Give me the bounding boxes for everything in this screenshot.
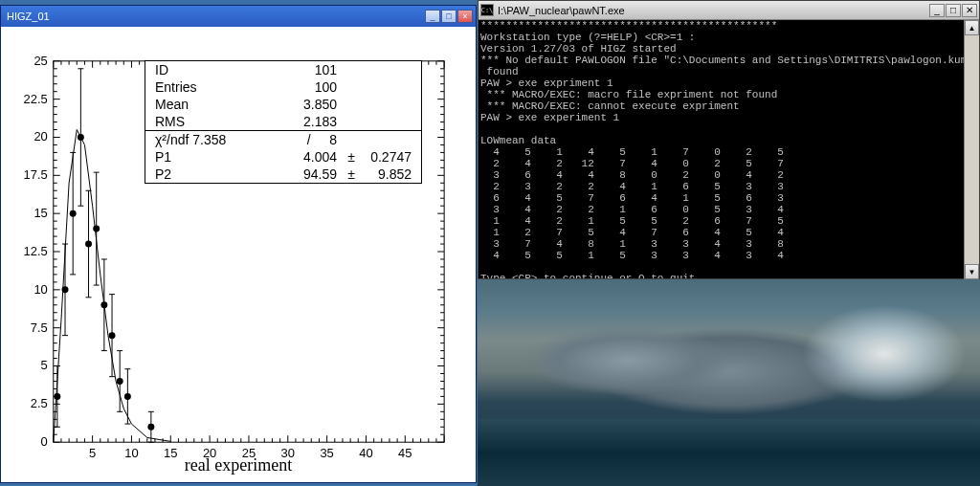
console-content[interactable]: ****************************************… xyxy=(479,20,979,278)
svg-text:17.5: 17.5 xyxy=(24,167,48,182)
stat-id-label: ID xyxy=(155,62,260,77)
close-button[interactable]: × xyxy=(457,10,473,23)
stat-id-value: 101 xyxy=(260,62,337,77)
stat-p2-value: 94.59 xyxy=(260,166,337,182)
scroll-up-button[interactable]: ▲ xyxy=(965,20,979,35)
stat-p1-value: 4.004 xyxy=(260,149,337,165)
svg-text:15: 15 xyxy=(33,206,47,220)
svg-text:7.5: 7.5 xyxy=(31,320,48,335)
svg-point-260 xyxy=(117,378,123,385)
svg-text:0: 0 xyxy=(41,434,48,449)
higz-titlebar[interactable]: HIGZ_01 _ □ × xyxy=(1,6,476,27)
stat-p2-err: 9.852 xyxy=(366,166,412,182)
svg-point-264 xyxy=(124,393,131,400)
svg-point-268 xyxy=(147,424,154,431)
stat-entries-label: Entries xyxy=(155,79,260,95)
console-buttons: _ □ ✕ xyxy=(929,4,977,17)
svg-text:22.5: 22.5 xyxy=(24,92,48,106)
svg-point-236 xyxy=(70,210,77,217)
svg-text:20: 20 xyxy=(33,129,47,144)
stat-p1-label: P1 xyxy=(155,149,260,165)
wallpaper-water xyxy=(478,419,980,486)
console-maximize-button[interactable]: □ xyxy=(946,4,961,17)
console-scrollbar[interactable]: ▲ ▼ xyxy=(964,20,979,279)
stat-entries-value: 100 xyxy=(260,79,337,95)
higz-title: HIGZ_01 xyxy=(4,11,50,22)
svg-point-244 xyxy=(85,241,92,248)
svg-point-228 xyxy=(54,393,60,400)
stat-ndf: / 8 xyxy=(260,132,337,147)
svg-text:25: 25 xyxy=(33,54,47,68)
higz-content: 5101520253035404502.557.51012.51517.5202… xyxy=(1,27,476,479)
console-icon: C:\ xyxy=(480,4,494,16)
console-titlebar[interactable]: C:\ I:\PAW_nuclear\pawNT.exe _ □ ✕ xyxy=(479,1,979,20)
stat-rms-label: RMS xyxy=(155,114,260,129)
stat-mean-label: Mean xyxy=(155,97,260,112)
scroll-down-button[interactable]: ▼ xyxy=(965,264,979,279)
stat-p2-pm: ± xyxy=(337,166,366,182)
console-title: I:\PAW_nuclear\pawNT.exe xyxy=(498,5,625,16)
svg-text:2.5: 2.5 xyxy=(31,396,48,410)
svg-text:10: 10 xyxy=(33,282,47,297)
chart-xlabel: real experiment xyxy=(1,455,476,475)
stat-p2-label: P2 xyxy=(155,166,260,182)
svg-text:5: 5 xyxy=(41,359,48,373)
svg-point-248 xyxy=(93,226,100,232)
console-close-button[interactable]: ✕ xyxy=(962,4,977,17)
stats-box: ID 101 Entries 100 Mean 3.850 RMS 2.183 … xyxy=(145,60,422,184)
svg-point-256 xyxy=(109,332,116,339)
desktop-wallpaper xyxy=(478,277,980,486)
maximize-button[interactable]: □ xyxy=(441,10,457,23)
stat-rms-value: 2.183 xyxy=(260,114,337,129)
stat-p1-pm: ± xyxy=(337,149,366,165)
stat-mean-value: 3.850 xyxy=(260,97,337,112)
svg-text:12.5: 12.5 xyxy=(24,244,48,258)
higz-window: HIGZ_01 _ □ × 5101520253035404502.557.51… xyxy=(0,5,477,483)
wallpaper-splash xyxy=(789,297,980,411)
minimize-button[interactable]: _ xyxy=(425,10,440,23)
console-window: C:\ I:\PAW_nuclear\pawNT.exe _ □ ✕ *****… xyxy=(478,0,980,279)
higz-buttons: _ □ × xyxy=(425,10,473,23)
console-minimize-button[interactable]: _ xyxy=(929,4,945,17)
stat-chi2-label: χ²/ndf 7.358 xyxy=(155,132,260,147)
stat-p1-err: 0.2747 xyxy=(366,149,412,165)
